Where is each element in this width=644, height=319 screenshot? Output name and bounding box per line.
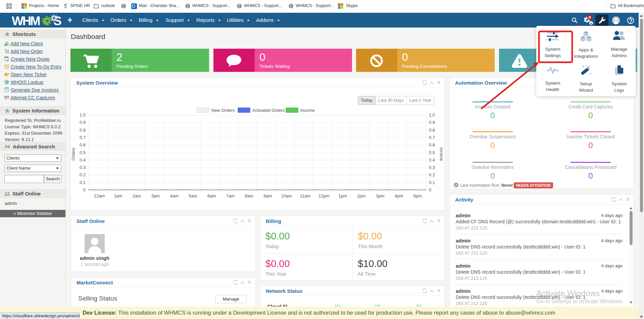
svg-text:3pm: 3pm xyxy=(376,193,384,198)
svg-text:4am: 4am xyxy=(170,193,178,198)
svg-text:0.3: 0.3 xyxy=(80,165,86,170)
svg-text:10am: 10am xyxy=(281,193,292,198)
svg-text:9am: 9am xyxy=(263,193,272,198)
svg-text:0.1: 0.1 xyxy=(429,180,435,185)
svg-text:8am: 8am xyxy=(245,193,253,198)
svg-text:0.9: 0.9 xyxy=(429,120,435,125)
svg-text:0.6: 0.6 xyxy=(429,142,435,147)
svg-text:0.5: 0.5 xyxy=(429,150,435,155)
svg-text:Activated Orders: Activated Orders xyxy=(252,108,285,113)
svg-text:1pm: 1pm xyxy=(338,193,347,198)
svg-text:0: 0 xyxy=(429,187,431,192)
svg-text:12am: 12am xyxy=(94,193,105,198)
svg-text:4pm: 4pm xyxy=(395,193,403,198)
svg-text:0.4: 0.4 xyxy=(80,157,86,163)
svg-text:0.1: 0.1 xyxy=(80,180,86,185)
svg-text:0.8: 0.8 xyxy=(80,128,86,133)
svg-text:0.7: 0.7 xyxy=(429,135,435,140)
svg-text:7am: 7am xyxy=(226,193,235,198)
svg-text:Income: Income xyxy=(439,147,444,161)
svg-text:Orders: Orders xyxy=(71,148,76,161)
svg-text:2am: 2am xyxy=(133,193,141,198)
svg-text:WHM: WHM xyxy=(12,14,40,28)
svg-text:0.6: 0.6 xyxy=(80,142,86,147)
svg-text:3am: 3am xyxy=(151,193,160,198)
svg-text:2pm: 2pm xyxy=(357,193,365,198)
svg-text:0.8: 0.8 xyxy=(429,128,435,133)
svg-text:Income: Income xyxy=(300,108,315,113)
svg-text:1.0: 1.0 xyxy=(429,112,435,118)
svg-text:0.5: 0.5 xyxy=(80,150,86,155)
svg-text:0.3: 0.3 xyxy=(429,165,435,170)
svg-text:0: 0 xyxy=(83,187,86,192)
svg-text:6am: 6am xyxy=(207,193,216,198)
svg-text:11am: 11am xyxy=(300,193,311,198)
svg-text:0.7: 0.7 xyxy=(80,135,86,140)
svg-text:0.9: 0.9 xyxy=(80,120,86,125)
svg-text:1am: 1am xyxy=(114,193,122,198)
svg-text:0.2: 0.2 xyxy=(80,172,86,177)
svg-text:12pm: 12pm xyxy=(318,193,330,198)
svg-text:New Orders: New Orders xyxy=(211,108,235,113)
svg-text:0.4: 0.4 xyxy=(429,157,435,163)
svg-text:0.2: 0.2 xyxy=(429,172,435,177)
svg-text:5pm: 5pm xyxy=(413,193,422,198)
svg-text:1.0: 1.0 xyxy=(80,112,86,118)
svg-text:5am: 5am xyxy=(189,193,197,198)
